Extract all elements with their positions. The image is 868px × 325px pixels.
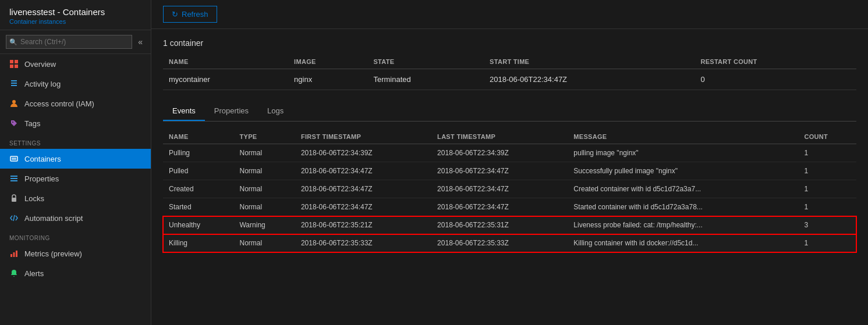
event-count: 1 bbox=[799, 162, 856, 180]
col-start-time: START TIME bbox=[484, 55, 695, 69]
events-col-message: MESSAGE bbox=[568, 130, 798, 144]
sidebar-item-locks[interactable]: Locks bbox=[0, 188, 151, 208]
app-title: livenesstest - Containers bbox=[9, 7, 141, 17]
monitoring-section-label: MONITORING bbox=[0, 228, 151, 244]
event-message: Created container with id d5c1d72a3a7... bbox=[568, 180, 798, 198]
svg-rect-1 bbox=[15, 60, 18, 63]
event-first-ts: 2018-06-06T22:34:47Z bbox=[295, 162, 431, 180]
sidebar-item-alerts-label: Alerts bbox=[24, 269, 44, 278]
sidebar-item-metrics-label: Metrics (preview) bbox=[24, 249, 82, 258]
tab-properties[interactable]: Properties bbox=[205, 102, 258, 121]
event-row[interactable]: Pulled Normal 2018-06-06T22:34:47Z 2018-… bbox=[163, 162, 856, 180]
col-restart-count: RESTART COUNT bbox=[695, 55, 856, 69]
svg-point-7 bbox=[12, 100, 16, 103]
events-col-count: COUNT bbox=[799, 130, 856, 144]
events-col-type: TYPE bbox=[233, 130, 295, 144]
svg-rect-3 bbox=[15, 65, 18, 68]
sidebar-item-iam[interactable]: Access control (IAM) bbox=[0, 94, 151, 113]
event-type: Normal bbox=[233, 180, 295, 198]
sidebar-item-overview-label: Overview bbox=[24, 60, 56, 69]
container-state: Terminated bbox=[367, 69, 484, 90]
event-last-ts: 2018-06-06T22:35:33Z bbox=[431, 234, 568, 252]
sidebar-item-metrics[interactable]: Metrics (preview) bbox=[0, 244, 151, 263]
container-table: NAME IMAGE STATE START TIME RESTART COUN… bbox=[163, 55, 856, 90]
tabs-container: Events Properties Logs bbox=[163, 102, 856, 122]
svg-rect-12 bbox=[10, 180, 17, 181]
lock-icon bbox=[9, 194, 19, 203]
event-count: 1 bbox=[799, 198, 856, 216]
container-row[interactable]: mycontainer nginx Terminated 2018-06-06T… bbox=[163, 69, 856, 90]
event-name: Pulling bbox=[163, 144, 233, 162]
sidebar-item-overview[interactable]: Overview bbox=[0, 54, 151, 74]
event-first-ts: 2018-06-06T22:35:33Z bbox=[295, 234, 431, 252]
event-message: Killing container with id docker://d5c1d… bbox=[568, 234, 798, 252]
search-icon: 🔍 bbox=[9, 38, 17, 46]
event-name: Pulled bbox=[163, 162, 233, 180]
tab-logs[interactable]: Logs bbox=[258, 102, 293, 121]
bars-icon bbox=[9, 174, 19, 183]
container-image: nginx bbox=[288, 69, 367, 90]
svg-rect-14 bbox=[10, 254, 12, 257]
svg-rect-5 bbox=[11, 83, 17, 84]
sidebar-item-containers[interactable]: Containers bbox=[0, 149, 151, 169]
person-icon bbox=[9, 99, 19, 108]
svg-rect-11 bbox=[10, 178, 17, 179]
bell-icon bbox=[9, 269, 19, 278]
sidebar-item-locks-label: Locks bbox=[24, 194, 44, 203]
event-count: 1 bbox=[799, 144, 856, 162]
event-type: Normal bbox=[233, 162, 295, 180]
events-col-last-ts: LAST TIMESTAMP bbox=[431, 130, 568, 144]
event-row[interactable]: Pulling Normal 2018-06-06T22:34:39Z 2018… bbox=[163, 144, 856, 162]
sidebar-item-tags[interactable]: Tags bbox=[0, 113, 151, 133]
refresh-label: Refresh bbox=[182, 10, 208, 19]
settings-section-label: SETTINGS bbox=[0, 133, 151, 149]
event-last-ts: 2018-06-06T22:34:47Z bbox=[431, 180, 568, 198]
svg-rect-9 bbox=[12, 158, 16, 160]
grid-icon bbox=[9, 59, 19, 69]
event-name: Started bbox=[163, 198, 233, 216]
col-image: IMAGE bbox=[288, 55, 367, 69]
event-message: Liveness probe failed: cat: /tmp/healthy… bbox=[568, 216, 798, 234]
app-subtitle: Container instances bbox=[9, 18, 141, 25]
sidebar-item-properties-label: Properties bbox=[24, 174, 59, 183]
event-row[interactable]: Created Normal 2018-06-06T22:34:47Z 2018… bbox=[163, 180, 856, 198]
events-col-first-ts: FIRST TIMESTAMP bbox=[295, 130, 431, 144]
event-message: Successfully pulled image "nginx" bbox=[568, 162, 798, 180]
svg-rect-0 bbox=[10, 60, 13, 63]
toolbar: ↻ Refresh bbox=[151, 0, 868, 29]
tab-events[interactable]: Events bbox=[163, 102, 205, 121]
tag-icon bbox=[9, 119, 19, 128]
events-col-name: NAME bbox=[163, 130, 233, 144]
event-type: Normal bbox=[233, 198, 295, 216]
event-type: Warning bbox=[233, 216, 295, 234]
sidebar-item-tags-label: Tags bbox=[24, 119, 40, 128]
event-type: Normal bbox=[233, 144, 295, 162]
search-input[interactable] bbox=[6, 35, 132, 49]
event-last-ts: 2018-06-06T22:34:47Z bbox=[431, 162, 568, 180]
refresh-button[interactable]: ↻ Refresh bbox=[163, 6, 217, 23]
content-area: 1 container NAME IMAGE STATE START TIME … bbox=[151, 29, 868, 325]
sidebar-item-alerts[interactable]: Alerts bbox=[0, 263, 151, 283]
sidebar-item-automation-label: Automation script bbox=[24, 214, 83, 223]
sidebar-item-activity-log[interactable]: Activity log bbox=[0, 74, 151, 94]
sidebar: livenesstest - Containers Container inst… bbox=[0, 0, 151, 325]
svg-rect-6 bbox=[11, 85, 17, 86]
event-name: Killing bbox=[163, 234, 233, 252]
refresh-icon: ↻ bbox=[172, 10, 178, 19]
container-name: mycontainer bbox=[163, 69, 288, 90]
sidebar-item-properties[interactable]: Properties bbox=[0, 169, 151, 188]
event-row[interactable]: Unhealthy Warning 2018-06-06T22:35:21Z 2… bbox=[163, 216, 856, 234]
event-row[interactable]: Killing Normal 2018-06-06T22:35:33Z 2018… bbox=[163, 234, 856, 252]
event-count: 3 bbox=[799, 216, 856, 234]
sidebar-item-activity-log-label: Activity log bbox=[24, 80, 61, 88]
event-message: Started container with id d5c1d72a3a78..… bbox=[568, 198, 798, 216]
event-first-ts: 2018-06-06T22:34:39Z bbox=[295, 144, 431, 162]
svg-rect-10 bbox=[10, 176, 17, 177]
sidebar-nav: Overview Activity log Access control (IA… bbox=[0, 54, 151, 325]
container-restart-count: 0 bbox=[695, 69, 856, 90]
event-row[interactable]: Started Normal 2018-06-06T22:34:47Z 2018… bbox=[163, 198, 856, 216]
sidebar-item-iam-label: Access control (IAM) bbox=[24, 99, 94, 108]
collapse-button[interactable]: « bbox=[136, 36, 145, 48]
sidebar-item-automation[interactable]: Automation script bbox=[0, 208, 151, 228]
search-container: 🔍 « bbox=[0, 30, 151, 54]
